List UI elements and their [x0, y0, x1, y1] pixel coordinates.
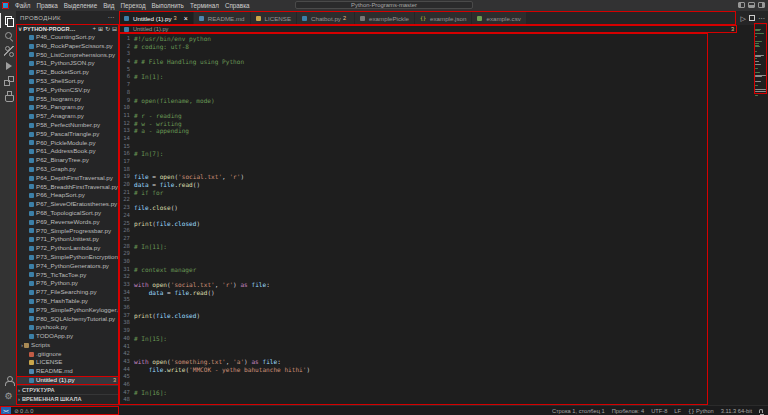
remote-indicator[interactable]: >< — [0, 406, 11, 415]
tab-license[interactable]: LICENSE — [251, 11, 297, 25]
code-line[interactable]: 44 file.write('MMCOK - yethe bahutanche … — [119, 366, 708, 374]
new-file-icon[interactable]: + — [92, 25, 96, 32]
file-item-p61-addressbook-py[interactable]: P61_AddressBook.py — [16, 147, 119, 156]
activitybar-extensions[interactable] — [0, 73, 16, 88]
code-line[interactable]: 40# In[15]: — [119, 335, 708, 343]
file-item-p51-pythonjson-py[interactable]: P51_PythonJSON.py — [16, 59, 119, 68]
code-line[interactable]: 11# r - reading — [119, 112, 708, 120]
file-item-p76-python-py[interactable]: P76_Python.py — [16, 279, 119, 288]
code-line[interactable]: 22 — [119, 196, 708, 204]
notifications-bell-icon[interactable] — [759, 409, 763, 413]
close-icon[interactable]: × — [184, 15, 188, 22]
code-line[interactable]: 4# # File Handling using Python — [119, 58, 708, 66]
collapse-folders-icon[interactable]: ⊟ — [112, 25, 117, 32]
activitybar-explorer[interactable] — [0, 13, 16, 28]
file-item-p56-pangram-py[interactable]: P56_Pangram.py — [16, 103, 119, 112]
file-item-gitignore[interactable]: .gitignore — [16, 350, 119, 359]
code-line[interactable]: 12# w - writing — [119, 120, 708, 128]
file-item-scripts[interactable]: ›Scripts — [16, 341, 119, 350]
file-item-p79-simplepythonkeylogger-py[interactable]: P79_SimplePythonKeylogger.py — [16, 306, 119, 315]
file-item-p80-sqlalchemytutorial-py[interactable]: P80_SQLAlchemyTutorial.py — [16, 315, 119, 324]
toggle-sidebar-icon[interactable] — [738, 2, 745, 8]
file-item-p66-heapsort-py[interactable]: P66_HeapSort.py — [16, 191, 119, 200]
tab-chatbot-py[interactable]: Chatbot.py2 — [297, 11, 355, 25]
file-item-pyshook-py[interactable]: pyshook.py — [16, 323, 119, 332]
file-item-p58-perfectnumber-py[interactable]: P58_PerfectNumber.py — [16, 121, 119, 130]
file-item-p59-pascaltriangle-py[interactable]: P59_PascalTriangle.py — [16, 130, 119, 139]
activitybar-accounts[interactable] — [0, 373, 16, 388]
code-line[interactable]: 41 — [119, 343, 708, 351]
code-line[interactable]: 2# coding: utf-8 — [119, 43, 708, 51]
file-item-p69-reversewords-py[interactable]: P69_ReverseWords.py — [16, 218, 119, 227]
code-line[interactable]: 43with open('something.txt', 'a') as fil… — [119, 358, 708, 366]
code-area[interactable]: 1#!/usr/bin/env python2# coding: utf-834… — [119, 33, 708, 405]
breadcrumb[interactable]: Untitled (1).py 3 — [119, 25, 737, 33]
code-line[interactable]: 32 — [119, 273, 708, 281]
file-item-p53-shellsort-py[interactable]: P53_ShellSort.py — [16, 77, 119, 86]
new-folder-icon[interactable]: ⊞ — [98, 25, 103, 32]
code-line[interactable]: 42 — [119, 350, 708, 358]
code-line[interactable]: 27 — [119, 235, 708, 243]
file-item-p73-simplepythonencryption-py[interactable]: P73_SimplePythonEncryption.py — [16, 253, 119, 262]
file-item-todoapp-py[interactable]: TODOApp.py — [16, 332, 119, 341]
file-item-untitled-1-py[interactable]: Untitled (1).py3 — [16, 376, 119, 385]
sidebar-pane-[interactable]: ›СТРУКТУРА — [16, 385, 119, 394]
vscode-logo-icon[interactable] — [2, 2, 9, 9]
code-line[interactable]: 39 — [119, 327, 708, 335]
file-item-p48-countingsort-py[interactable]: P48_CountingSort.py — [16, 33, 119, 42]
toggle-panel-icon[interactable] — [748, 2, 755, 8]
code-line[interactable]: 16# In[7]: — [119, 150, 708, 158]
code-line[interactable]: 17 — [119, 158, 708, 166]
refresh-explorer-icon[interactable]: ↻ — [105, 25, 110, 32]
code-line[interactable]: 25print(file.closed) — [119, 220, 708, 228]
code-line[interactable]: 26 — [119, 227, 708, 235]
activitybar-source-control[interactable] — [0, 43, 16, 58]
code-line[interactable]: 35 — [119, 296, 708, 304]
file-item-p67-sieveoferatosthenes-py[interactable]: P67_SieveOfEratosthenes.py — [16, 200, 119, 209]
tab-examplepickle[interactable]: examplePickle — [355, 11, 415, 25]
code-line[interactable]: 38 — [119, 319, 708, 327]
code-line[interactable]: 30 — [119, 258, 708, 266]
more-actions-icon[interactable]: ⋯ — [758, 15, 765, 22]
tab-untitled-1-py[interactable]: Untitled (1).py3× — [119, 11, 194, 25]
sidebar-pane-[interactable]: ›ВРЕМЕННАЯ ШКАЛА — [16, 394, 119, 403]
file-item-p77-filesearching-py[interactable]: P77_FileSearching.py — [16, 288, 119, 297]
menu-[interactable]: Терминал — [187, 2, 222, 9]
file-item-readme-md[interactable]: README.md — [16, 367, 119, 376]
file-item-p68-topologicalsort-py[interactable]: P68_TopologicalSort.py — [16, 209, 119, 218]
indentation[interactable]: Пробелов: 4 — [612, 408, 644, 414]
code-line[interactable]: 31# context manager — [119, 266, 708, 274]
file-item-p50-listcomprehensions-py[interactable]: P50_ListComprehensions.py — [16, 51, 119, 60]
toggle-secondary-sidebar-icon[interactable] — [758, 2, 765, 8]
tab-readme-md[interactable]: README.md — [194, 11, 251, 25]
file-item-p57-anagram-py[interactable]: P57_Anagram.py — [16, 112, 119, 121]
file-item-p54-pythoncsv-py[interactable]: P54_PythonCSV.py — [16, 86, 119, 95]
code-line[interactable]: 18 — [119, 166, 708, 174]
code-line[interactable]: 23file.close() — [119, 204, 708, 212]
file-item-p78-hashtable-py[interactable]: P78_HashTable.py — [16, 297, 119, 306]
menu-[interactable]: Справка — [222, 2, 253, 9]
run-icon[interactable]: ▷ — [741, 15, 746, 22]
explorer-section-header[interactable]: ∨ PYTHON-PROGRAMS-MASTER +⊞↻⊟ — [16, 24, 119, 33]
code-line[interactable]: 7 — [119, 81, 708, 89]
activitybar-run-and-debug[interactable] — [0, 58, 16, 73]
code-line[interactable]: 37print(file.closed) — [119, 312, 708, 320]
code-line[interactable]: 14 — [119, 135, 708, 143]
code-line[interactable]: 15 — [119, 143, 708, 151]
file-item-p70-simpleprogressbar-py[interactable]: P70_SimpleProgressbar.py — [16, 227, 119, 236]
code-line[interactable]: 29 — [119, 250, 708, 258]
tab-example-json[interactable]: {}example.json — [415, 11, 473, 25]
problems-status[interactable]: ⊘ 0 ⚠ 0 — [14, 408, 33, 414]
encoding[interactable]: UTF-8 — [651, 408, 667, 414]
file-item-p52-bucketsort-py[interactable]: P52_BucketSort.py — [16, 68, 119, 77]
code-line[interactable]: 48 — [119, 396, 708, 404]
tab-example-csv[interactable]: example.csv — [472, 11, 526, 25]
code-line[interactable]: 6# In[1]: — [119, 73, 708, 81]
code-line[interactable]: 21# if for — [119, 189, 708, 197]
menu-[interactable]: Выделение — [61, 2, 100, 9]
code-line[interactable]: 20data = file.read() — [119, 181, 708, 189]
explorer-more-actions-icon[interactable]: ⋯ — [108, 14, 115, 22]
code-line[interactable]: 19file = open('social.txt', 'r') — [119, 173, 708, 181]
activitybar-testing[interactable] — [0, 88, 16, 103]
file-item-p65-breadthfirsttraversal-py[interactable]: P65_BreadthFirstTraversal.py — [16, 183, 119, 192]
